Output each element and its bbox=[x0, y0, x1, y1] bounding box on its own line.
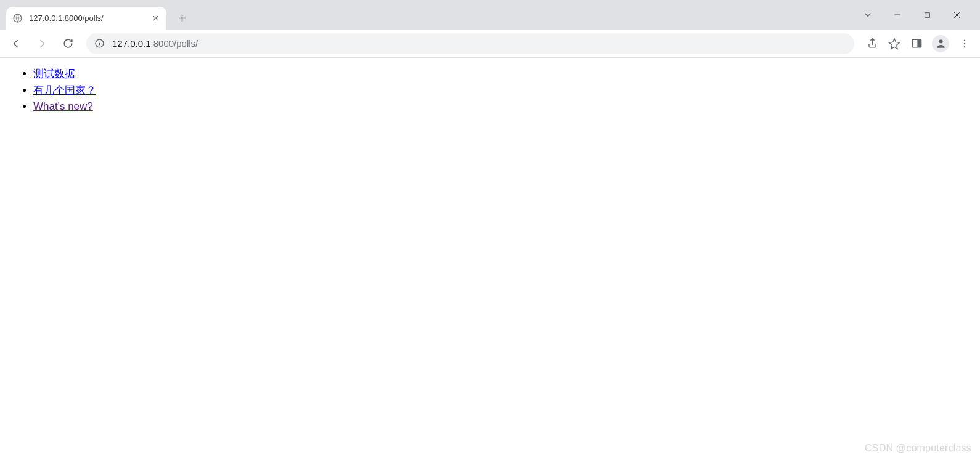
poll-link-1[interactable]: 有几个国家？ bbox=[33, 84, 96, 96]
toolbar-actions bbox=[862, 35, 975, 52]
reload-button[interactable] bbox=[57, 33, 79, 55]
globe-icon bbox=[12, 13, 23, 23]
forward-button[interactable] bbox=[31, 33, 53, 55]
svg-point-10 bbox=[964, 42, 965, 44]
browser-toolbar: 127.0.0.1:8000/polls/ bbox=[0, 30, 980, 58]
list-item: 有几个国家？ bbox=[33, 83, 971, 99]
window-close-button[interactable] bbox=[950, 9, 963, 21]
svg-point-9 bbox=[964, 39, 965, 41]
browser-tab-active[interactable]: 127.0.0.1:8000/polls/ bbox=[6, 7, 166, 30]
site-info-icon[interactable] bbox=[94, 38, 105, 49]
list-item: 测试数据 bbox=[33, 67, 971, 82]
poll-link-2[interactable]: What's new? bbox=[33, 100, 93, 112]
watermark-text: CSDN @computerclass bbox=[865, 443, 971, 454]
window-minimize-button[interactable] bbox=[891, 9, 904, 21]
poll-link-0[interactable]: 测试数据 bbox=[33, 68, 75, 79]
list-item: What's new? bbox=[33, 99, 971, 115]
bookmark-icon[interactable] bbox=[888, 37, 901, 50]
tabs-dropdown-button[interactable] bbox=[862, 9, 874, 21]
side-panel-icon[interactable] bbox=[910, 37, 923, 50]
svg-rect-7 bbox=[918, 39, 921, 47]
page-content: 测试数据 有几个国家？ What's new? bbox=[0, 58, 980, 123]
browser-tab-strip: 127.0.0.1:8000/polls/ bbox=[0, 0, 980, 30]
polls-list: 测试数据 有几个国家？ What's new? bbox=[9, 67, 971, 115]
svg-point-8 bbox=[939, 39, 942, 43]
url-text: 127.0.0.1:8000/polls/ bbox=[112, 38, 198, 49]
window-maximize-button[interactable] bbox=[921, 9, 933, 21]
share-icon[interactable] bbox=[865, 37, 879, 50]
window-controls bbox=[862, 0, 980, 30]
back-button[interactable] bbox=[5, 33, 27, 55]
tab-title: 127.0.0.1:8000/polls/ bbox=[29, 14, 150, 23]
more-menu-icon[interactable] bbox=[958, 37, 971, 50]
address-bar[interactable]: 127.0.0.1:8000/polls/ bbox=[86, 33, 854, 54]
url-path: :8000/polls/ bbox=[151, 38, 198, 49]
url-host: 127.0.0.1 bbox=[112, 38, 151, 49]
new-tab-button[interactable] bbox=[173, 9, 191, 27]
svg-point-11 bbox=[964, 46, 965, 47]
svg-rect-1 bbox=[925, 12, 929, 17]
profile-avatar[interactable] bbox=[932, 35, 949, 52]
tab-close-button[interactable] bbox=[150, 14, 160, 23]
